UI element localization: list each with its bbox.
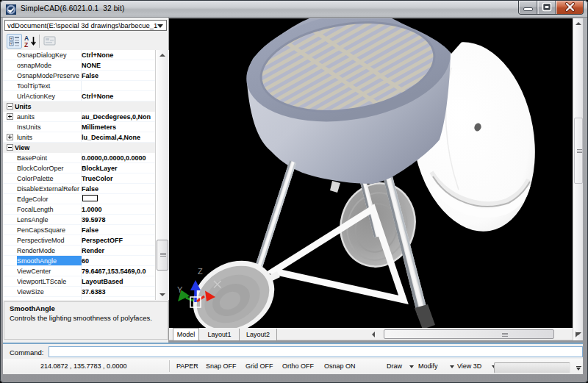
svg-text:Z: Z [198, 267, 203, 276]
svg-text:Y: Y [177, 285, 183, 294]
svg-text:+: + [10, 36, 13, 40]
svg-text:Z: Z [24, 41, 28, 49]
svg-text:+: + [10, 41, 13, 46]
